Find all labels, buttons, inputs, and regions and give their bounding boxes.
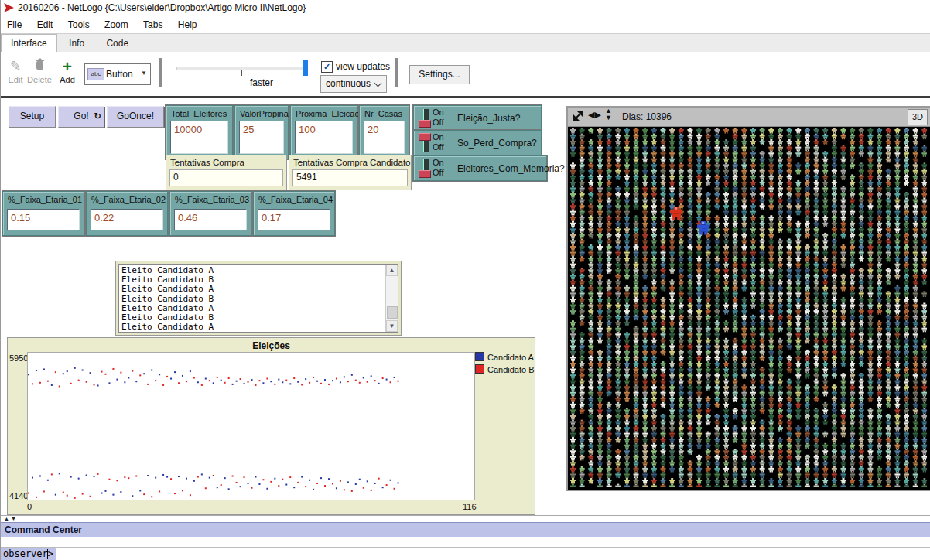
netlogo-logo-icon [4,2,15,15]
window-title: 20160206 - NetLogo {C:\Users\elder\Dropb… [18,2,306,13]
switch-knob[interactable] [419,133,431,141]
setup-button[interactable]: Setup [9,106,56,128]
command-center-title: Command Center [5,524,82,535]
monitor-faixa-etaria-03: %_Faixa_Etaria_03 0.46 [169,191,251,236]
output-scrollbar[interactable]: ▲ ▼ [385,265,398,332]
tab-bar: Interface Info Code [1,33,930,53]
speed-slider-handle[interactable] [303,60,308,76]
widget-type-dropdown[interactable]: abc Button ▼ [84,63,151,85]
monitor-value: 20 [364,121,405,154]
switch-eleitores-com-memoria[interactable]: OnOff Eleitores_Com_Memoria? [413,155,547,181]
menu-bar: File Edit Tools Zoom Tabs Help [1,16,930,33]
menu-help[interactable]: Help [172,16,203,30]
switch-so-perd-compra[interactable]: OnOff So_Perd_Compra? [413,130,542,155]
x-axis-max-label: 116 [463,502,477,511]
output-widget: Eleito Candidato AEleito Candidato BElei… [115,261,402,336]
monitor-faixa-etaria-04: %_Faixa_Etaria_04 0.17 [253,191,335,236]
chevron-down-icon [374,80,382,87]
pencil-icon: ✎ [2,58,29,75]
menu-tabs[interactable]: Tabs [137,16,169,30]
forever-loop-icon: ↻ [94,107,101,126]
plot-eleicoes: Eleições 5950 4140 0 116 Candidato A Can… [7,337,535,515]
plot-title: Eleições [8,340,535,351]
command-line[interactable]: observer> [1,547,930,560]
title-bar: 20160206 - NetLogo {C:\Users\elder\Dropb… [1,0,930,15]
plot-canvas [27,352,475,500]
speed-slider-tick [241,70,242,76]
update-mode-dropdown[interactable]: continuous [320,75,387,93]
menu-file[interactable]: File [1,16,28,30]
monitor-faixa-etaria-02: %_Faixa_Etaria_02 0.22 [86,191,168,236]
x-axis-min-label: 0 [27,502,32,511]
world-view-canvas [568,127,927,487]
delete-widget-button[interactable]: Delete [26,58,53,84]
monitor-total-eleitores: Total_Eleitores 10000 [166,105,233,159]
monitor-value: 100 [295,121,353,154]
plus-icon: + [54,58,80,75]
text-cursor [47,549,48,559]
3d-view-button[interactable]: 3D [908,109,928,125]
monitor-value: 0.15 [7,209,80,230]
view-updates-label: view updates [336,61,390,72]
scroll-down-icon[interactable]: ▼ [386,320,398,332]
tab-code[interactable]: Code [97,35,138,53]
monitor-value: 0.17 [258,209,330,230]
scroll-up-icon[interactable]: ▲ [386,265,398,276]
scrollbar-thumb[interactable] [387,306,398,319]
tab-interface[interactable]: Interface [1,34,57,53]
monitor-value: 25 [239,121,284,154]
monitor-proxima-eleicao: Proxima_Eleicao 100 [290,105,357,159]
splitter-arrows-icon: ▲▼ [4,516,18,521]
world-view-header: ◀▶ ▲▼ Dias: 10396 3D [568,108,930,127]
monitor-value: 10000 [170,121,228,154]
legend-color-swatch [475,364,484,374]
interface-toolbar: ✎ Edit Delete + Add abc Button ▼ faster … [1,52,930,98]
output-area: Eleito Candidato AEleito Candidato BElei… [118,264,398,333]
world-edit-icon[interactable] [573,111,583,123]
trash-icon [26,58,53,75]
menu-zoom[interactable]: Zoom [98,16,135,30]
monitor-valorpropina: ValorPropina 25 [234,105,289,159]
monitor-tentativas-a: Tentativas Compra Candidato A 0 [166,155,287,190]
view-updates-checkbox[interactable]: ✓ [321,61,333,73]
command-center-header: Command Center [1,522,930,538]
switch-knob[interactable] [419,170,431,178]
tab-info[interactable]: Info [60,35,94,53]
monitor-value: 5491 [292,169,408,186]
speed-slider-label: faster [250,77,273,88]
legend-candidato-b: Candidato B [475,364,535,374]
y-axis-min-label: 4140 [9,491,28,500]
vertical-arrows-icon[interactable]: ▲▼ [605,108,612,121]
horizontal-arrows-icon[interactable]: ◀▶ [588,110,601,120]
go-once-button[interactable]: GoOnce! [107,106,164,128]
tick-counter: Dias: 10396 [622,111,672,122]
toolbar-separator [159,58,162,87]
menu-edit[interactable]: Edit [31,16,60,30]
monitor-value: 0 [169,169,283,186]
edit-widget-button[interactable]: ✎ Edit [2,58,29,84]
switch-eleicao-justa[interactable]: OnOff Eleição_Justa? [413,105,542,131]
world-view: ◀▶ ▲▼ Dias: 10396 3D [566,106,930,491]
legend-color-swatch [475,352,484,361]
add-widget-button[interactable]: + Add [54,58,80,84]
abc-widget-icon: abc [87,68,104,80]
legend-candidato-a: Candidato A [475,352,534,362]
toolbar-separator [395,58,398,87]
menu-tools[interactable]: Tools [62,16,96,30]
chevron-down-icon: ▼ [141,70,147,77]
monitor-value: 0.46 [174,209,247,230]
netlogo-window: 20160206 - NetLogo {C:\Users\elder\Dropb… [0,0,930,560]
monitor-faixa-etaria-01: %_Faixa_Etaria_01 0.15 [2,191,84,236]
output-text: Eleito Candidato AEleito Candidato BElei… [121,266,214,332]
monitor-value: 0.22 [91,209,163,230]
monitor-tentativas-b: Tentativas Compra Candidato B 5491 [289,155,412,190]
go-forever-button[interactable]: Go! ↻ [58,106,104,128]
switch-knob[interactable] [419,120,431,128]
settings-button[interactable]: Settings... [409,65,470,84]
monitor-nr-casas: Nr_Casas 20 [359,105,409,159]
y-axis-max-label: 5950 [9,353,28,363]
